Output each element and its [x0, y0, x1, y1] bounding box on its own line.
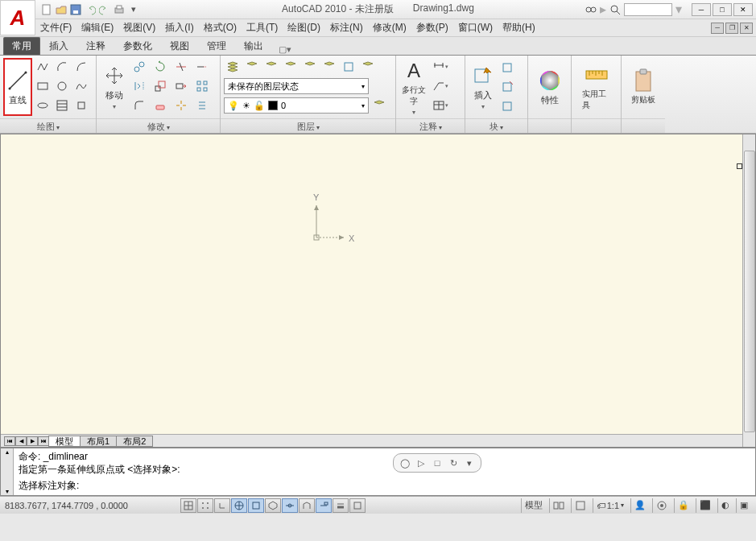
polygon-icon[interactable]: [72, 97, 90, 114]
circle-arc-icon[interactable]: [72, 58, 90, 76]
rectangle-icon[interactable]: [34, 77, 52, 95]
dyn-button[interactable]: [316, 498, 332, 513]
quick-view-layouts-icon[interactable]: [549, 498, 568, 513]
sheet-last-button[interactable]: ⏭: [38, 436, 49, 446]
tab-insert[interactable]: 插入: [40, 37, 77, 55]
ellipse-icon[interactable]: [34, 97, 52, 114]
nav-more-icon[interactable]: ▾: [463, 456, 476, 469]
layer-state-dropdown[interactable]: 未保存的图层状态 ▾: [224, 78, 369, 94]
tab-view[interactable]: 视图: [161, 37, 198, 55]
doc-minimize-button[interactable]: ─: [711, 23, 724, 34]
nav-next-icon[interactable]: ▷: [415, 456, 428, 469]
layer-more-icon[interactable]: [359, 58, 377, 76]
maximize-button[interactable]: □: [713, 3, 732, 16]
layer-dropdown[interactable]: 💡 ☀ 🔓 0 ▾: [224, 97, 369, 114]
menu-help[interactable]: 帮助(H): [502, 21, 535, 35]
fillet-icon[interactable]: [130, 97, 148, 114]
layer-tool-icon[interactable]: [370, 97, 388, 114]
layer-lock-icon[interactable]: [282, 58, 300, 76]
menu-dimension[interactable]: 标注(N): [330, 21, 363, 35]
tab-manage[interactable]: 管理: [198, 37, 235, 55]
menu-view[interactable]: 视图(V): [123, 21, 155, 35]
scale-icon[interactable]: [151, 77, 169, 95]
isolate-objects-icon[interactable]: ◐: [717, 498, 733, 513]
move-button[interactable]: 移动 ▾: [100, 58, 129, 116]
tab-annotate[interactable]: 注释: [77, 37, 114, 55]
clipboard-button[interactable]: 剪贴板: [629, 58, 658, 116]
layer-off-icon[interactable]: [262, 58, 280, 76]
ducs-button[interactable]: [299, 498, 315, 513]
model-space-button[interactable]: 模型: [521, 498, 546, 513]
table-icon[interactable]: ▾: [430, 97, 451, 114]
dimension-icon[interactable]: ▾: [430, 58, 451, 76]
qat-dropdown-icon[interactable]: ▾: [127, 3, 140, 16]
arc-icon[interactable]: [53, 58, 71, 76]
nav-orbit-icon[interactable]: ↻: [447, 456, 460, 469]
line-button[interactable]: 直线: [3, 58, 32, 116]
mtext-button[interactable]: A 多行文字 ▾: [399, 58, 428, 116]
close-button[interactable]: ✕: [733, 3, 753, 16]
tab-expand-icon[interactable]: ▢▾: [279, 44, 291, 55]
command-window[interactable]: ▴▾ 命令: _dimlinear 指定第一条延伸线原点或 <选择对象>: 选择…: [0, 448, 756, 496]
menu-format[interactable]: 格式(O): [204, 21, 237, 35]
sheet-next-button[interactable]: ▶: [27, 436, 38, 446]
copy-icon[interactable]: [130, 58, 148, 76]
panel-annotation-title[interactable]: 注释▾: [396, 118, 465, 133]
app-menu-button[interactable]: A: [0, 0, 35, 35]
snap-button[interactable]: [180, 498, 196, 513]
undo-icon[interactable]: [84, 3, 97, 16]
tab-output[interactable]: 输出: [235, 37, 272, 55]
panel-draw-title[interactable]: 绘图▾: [0, 118, 96, 133]
save-icon[interactable]: [69, 3, 82, 16]
nav-stop-icon[interactable]: □: [431, 456, 444, 469]
trim-icon[interactable]: [172, 58, 190, 76]
grid-button[interactable]: [197, 498, 213, 513]
sheet-tab-layout2[interactable]: 布局2: [116, 436, 153, 447]
doc-close-button[interactable]: ✕: [740, 23, 753, 34]
panel-modify-title[interactable]: 修改▾: [97, 118, 220, 133]
info-search-icon[interactable]: [609, 4, 621, 15]
explode-icon[interactable]: [172, 97, 190, 114]
create-block-icon[interactable]: [499, 58, 517, 76]
workspace-switch-icon[interactable]: [652, 498, 671, 513]
command-scrollbar[interactable]: ▴▾: [1, 448, 14, 495]
sheet-first-button[interactable]: ⏮: [4, 436, 15, 446]
menu-draw[interactable]: 绘图(D): [287, 21, 320, 35]
horizontal-scrollbar[interactable]: ⏮ ◀ ▶ ⏭ 模型 布局1 布局2: [1, 434, 742, 447]
coordinates-display[interactable]: 8183.7677, 1744.7709 , 0.0000: [5, 501, 174, 510]
doc-restore-button[interactable]: ❐: [725, 23, 738, 34]
utilities-button[interactable]: 实用工具: [582, 58, 611, 116]
open-icon[interactable]: [55, 3, 68, 16]
polyline-icon[interactable]: [34, 58, 52, 76]
sheet-tab-layout1[interactable]: 布局1: [80, 436, 117, 447]
leader-icon[interactable]: ▾: [430, 77, 451, 95]
panel-layers-title[interactable]: 图层▾: [221, 118, 395, 133]
drawing-canvas[interactable]: Y X ⏮ ◀ ▶ ⏭ 模型 布局1 布局2: [0, 134, 756, 448]
search-input[interactable]: [624, 3, 672, 16]
annotation-scale[interactable]: 🏷1:1▾: [593, 498, 627, 513]
vertical-scroll-thumb[interactable]: [744, 151, 755, 432]
stretch-icon[interactable]: [172, 77, 190, 95]
panel-block-title[interactable]: 块▾: [465, 118, 527, 133]
menu-modify[interactable]: 修改(M): [373, 21, 407, 35]
hatch-icon[interactable]: [53, 97, 71, 114]
menu-tools[interactable]: 工具(T): [246, 21, 278, 35]
minimize-button[interactable]: ─: [692, 3, 711, 16]
new-icon[interactable]: [40, 3, 53, 16]
vertical-scrollbar[interactable]: [742, 134, 755, 447]
nav-play-icon[interactable]: ◯: [399, 456, 411, 469]
properties-button[interactable]: 特性: [535, 58, 564, 116]
sheet-prev-button[interactable]: ◀: [15, 436, 27, 446]
redo-icon[interactable]: [98, 3, 111, 16]
edit-attr-icon[interactable]: [499, 97, 517, 114]
rotate-icon[interactable]: [151, 58, 169, 76]
offset-icon[interactable]: [193, 97, 211, 114]
tab-parametric[interactable]: 参数化: [114, 37, 161, 55]
menu-window[interactable]: 窗口(W): [458, 21, 493, 35]
layer-prev-icon[interactable]: [320, 58, 338, 76]
mirror-icon[interactable]: [130, 77, 148, 95]
qp-button[interactable]: [349, 498, 366, 513]
clean-screen-icon[interactable]: ▣: [736, 498, 751, 513]
insert-block-button[interactable]: 插入 ▾: [469, 58, 498, 116]
osnap3d-button[interactable]: [265, 498, 281, 513]
